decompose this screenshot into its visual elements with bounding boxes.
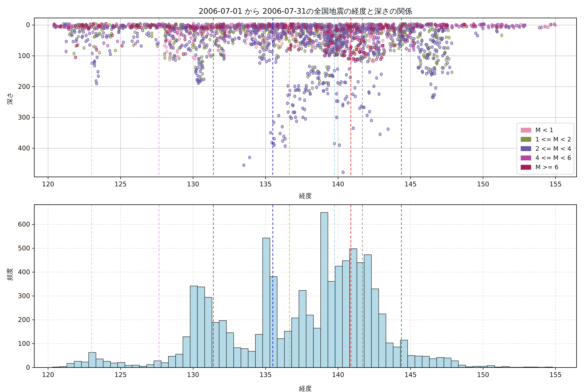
scatter-point	[258, 62, 261, 64]
scatter-point	[261, 34, 264, 37]
scatter-point	[81, 28, 84, 31]
scatter-point	[409, 32, 412, 34]
scatter-point	[273, 23, 276, 26]
scatter-point	[189, 25, 191, 28]
scatter-point	[102, 35, 104, 38]
scatter-point	[116, 40, 119, 43]
scatter-point	[348, 42, 351, 45]
scatter-point	[366, 26, 369, 29]
scatter-point	[418, 66, 420, 69]
scatter-point	[263, 49, 265, 52]
scatter-point	[196, 32, 199, 35]
scatter-point	[270, 131, 272, 134]
scatter-point	[382, 39, 384, 42]
scatter-point	[430, 72, 433, 75]
scatter-point	[118, 31, 120, 34]
scatter-point	[201, 32, 203, 36]
scatter-point	[189, 49, 192, 52]
scatter-point	[281, 125, 284, 128]
y-tick-label: 600	[18, 221, 30, 228]
scatter-point	[434, 86, 437, 89]
scatter-point	[198, 45, 201, 48]
x-tick-label: 135	[260, 371, 272, 378]
scatter-point	[220, 26, 222, 28]
scatter-point	[210, 34, 212, 36]
x-tick-label: 130	[187, 371, 199, 378]
histogram-bar	[444, 358, 451, 368]
scatter-point	[148, 25, 150, 28]
scatter-point	[464, 23, 466, 26]
scatter-point	[247, 24, 249, 28]
scatter-point	[368, 39, 370, 42]
scatter-point	[553, 23, 556, 26]
scatter-point	[429, 28, 431, 32]
scatter-point	[273, 38, 276, 41]
histogram-bar	[415, 356, 422, 368]
scatter-point	[188, 40, 191, 43]
scatter-point	[272, 42, 274, 44]
scatter-point	[391, 34, 394, 37]
scatter-point	[388, 34, 391, 36]
scatter-point	[206, 55, 208, 58]
scatter-point	[418, 56, 420, 59]
x-tick-label: 140	[332, 180, 344, 188]
scatter-point	[312, 44, 315, 46]
scatter-point	[87, 27, 89, 30]
histogram-bar	[314, 328, 320, 368]
scatter-point	[303, 23, 305, 26]
scatter-point	[132, 36, 135, 38]
histogram-bar	[96, 359, 103, 368]
legend-row-m-ge-6: M >= 6	[521, 164, 570, 171]
figure-root: 1201251301351401451501550100200300400120…	[0, 0, 588, 392]
histogram-xlabel: 経度	[34, 384, 576, 392]
scatter-point	[305, 84, 308, 87]
scatter-point	[374, 46, 376, 49]
scatter-point	[215, 39, 217, 42]
histogram-bar	[342, 261, 350, 368]
scatter-point	[199, 70, 202, 73]
legend-row-1-2: 1 <= M < 2	[521, 136, 570, 143]
x-tick-label: 145	[404, 371, 416, 378]
scatter-point	[227, 41, 230, 44]
scatter-point	[322, 82, 324, 84]
scatter-point	[228, 36, 231, 38]
y-tick-label: 300	[18, 292, 30, 300]
scatter-point	[394, 44, 396, 47]
scatter-point	[280, 22, 282, 26]
scatter-point	[218, 49, 220, 52]
scatter-point	[290, 117, 292, 120]
scatter-point	[283, 23, 285, 26]
histogram-bar	[335, 266, 342, 368]
scatter-point	[276, 36, 278, 39]
x-tick-label: 140	[332, 371, 344, 378]
scatter-point	[297, 88, 300, 90]
scatter-point	[301, 41, 303, 44]
scatter-point	[331, 34, 334, 37]
x-tick-label: 125	[114, 371, 126, 378]
scatter-point	[266, 48, 268, 51]
scatter-point	[375, 76, 378, 80]
scatter-point	[389, 49, 392, 52]
scatter-point	[285, 50, 288, 52]
scatter-point	[328, 45, 330, 48]
scatter-point	[343, 81, 346, 84]
scatter-point	[432, 40, 434, 43]
y-tick-label: 100	[18, 340, 30, 347]
scatter-point	[434, 72, 436, 75]
scatter-point	[427, 70, 430, 74]
scatter-point	[343, 24, 345, 28]
scatter-point	[496, 26, 498, 29]
scatter-point	[176, 50, 178, 54]
scatter-point	[440, 38, 443, 41]
scatter-point	[434, 48, 436, 52]
scatter-point	[398, 43, 400, 46]
scatter-point	[420, 43, 422, 46]
scatter-point	[279, 132, 282, 135]
scatter-point	[382, 26, 385, 29]
scatter-point	[200, 56, 203, 58]
scatter-point	[438, 41, 441, 44]
scatter-point	[136, 40, 139, 43]
histogram-bar	[364, 255, 372, 368]
scatter-point	[339, 39, 342, 42]
scatter-point	[330, 48, 332, 51]
